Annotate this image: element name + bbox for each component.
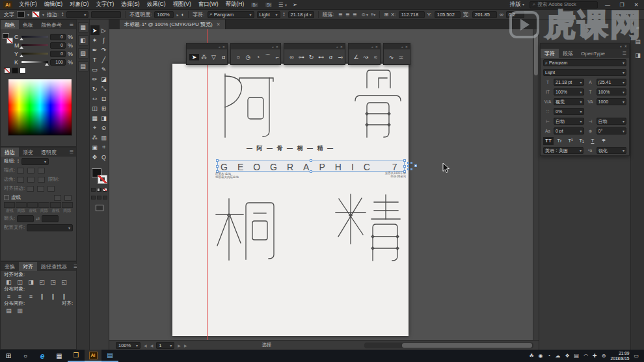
tab-transform[interactable]: 变换 <box>1 262 19 271</box>
workspace-selector[interactable]: 排版 ▾ <box>510 1 524 8</box>
start-button[interactable]: ⊞ <box>0 350 17 362</box>
dist-h-center-icon[interactable]: ∥ <box>49 293 57 300</box>
align-v-center-icon[interactable]: ◳ <box>49 279 57 285</box>
dock-panel-a-icon[interactable]: ▤ <box>633 36 643 47</box>
scale-tool[interactable]: ⤡ <box>100 84 109 94</box>
paragraph-align-group[interactable]: ☰☰☰ <box>337 12 358 18</box>
panel-collapse-icon[interactable]: « <box>620 44 622 48</box>
char-rotation-field[interactable]: 0°▾ <box>597 127 627 135</box>
dash-fields[interactable] <box>1 202 76 208</box>
share-icon[interactable]: ➣ <box>293 1 297 8</box>
draw-inside-button[interactable] <box>103 196 107 200</box>
height-field[interactable]: 0.2 <box>506 11 524 18</box>
link-dimensions-icon[interactable]: ∞ <box>500 12 503 18</box>
palette-close-icon[interactable]: ✕ <box>340 45 343 49</box>
tab-gradient[interactable]: 渐变 <box>19 148 37 157</box>
last-artboard-icon[interactable]: ▶ <box>184 343 187 348</box>
underline-button[interactable]: T <box>587 137 598 145</box>
stroke-proxy[interactable] <box>98 175 107 184</box>
tray-cloud-icon[interactable]: ☁ <box>555 353 560 359</box>
menu-select[interactable]: 选择(S) <box>120 1 140 8</box>
font-size-stepper[interactable]: ▲▼ <box>283 12 286 17</box>
all-caps-button[interactable]: TT <box>543 137 554 145</box>
panel-image-icon[interactable]: ▨ <box>78 48 88 58</box>
tab-swatches[interactable]: 色板 <box>19 20 37 29</box>
palette-collapse-icon[interactable]: « <box>336 45 338 49</box>
shape-builder-tool[interactable]: ◫ <box>90 103 100 113</box>
vertical-scrollbar-thumb[interactable] <box>534 34 538 75</box>
tray-leaf-icon[interactable]: ☘ <box>529 353 533 359</box>
anchor-dot-selected[interactable] <box>414 164 417 167</box>
perspective-grid-tool[interactable]: ⊞ <box>100 103 109 113</box>
taskbar-clock[interactable]: 21:09 2018/8/15 <box>611 351 630 361</box>
edge-icon[interactable]: e <box>34 350 51 362</box>
dash-align-button[interactable] <box>64 195 72 201</box>
column-graph-tool[interactable]: ▥ <box>100 133 109 142</box>
panel-menu-icon[interactable]: ☰ <box>620 49 629 58</box>
curvature-tool[interactable]: ↷ <box>100 45 109 55</box>
latin-title-text[interactable]: GEOGRAPHIC 7 <box>221 162 407 172</box>
align-left-icon[interactable]: ☰ <box>337 12 344 18</box>
none-button[interactable] <box>103 188 107 192</box>
kerning-field[interactable]: 视觉▾ <box>554 98 584 105</box>
swap-arrows-icon[interactable]: ⇄ <box>36 216 40 222</box>
symbol-sprayer-tool[interactable]: ⁂ <box>90 133 100 142</box>
corner-miter-button[interactable] <box>17 177 24 183</box>
magenta-slider[interactable] <box>21 44 48 46</box>
dash-preserve-button[interactable] <box>54 195 61 201</box>
font-family-field[interactable]: ⌕Pangram▾ <box>208 11 254 18</box>
close-button[interactable]: ✕ <box>632 2 641 8</box>
free-transform-tool[interactable]: ⊡ <box>100 94 109 103</box>
stroke-weight-field[interactable]: ▾ <box>66 11 88 18</box>
line-segment-tool[interactable]: ╱ <box>100 55 109 64</box>
type-tool[interactable]: T <box>90 55 100 64</box>
panel-gradient-icon[interactable]: ◧ <box>78 35 88 45</box>
reference-point-icon[interactable]: ⊞ <box>384 12 388 18</box>
color-button[interactable] <box>91 188 96 192</box>
cluster-icon[interactable]: ⁂ <box>199 54 209 60</box>
menu-type[interactable]: 文字(T) <box>95 1 114 8</box>
caption-right[interactable]: 东西长1400千米 串珠·阿金河 <box>384 172 406 179</box>
mesh-tool[interactable]: ▦ <box>90 113 100 123</box>
handle-top-left[interactable] <box>216 159 219 162</box>
art-glyph-a[interactable] <box>218 71 276 140</box>
swatch-white[interactable] <box>20 68 26 73</box>
corner-bevel-button[interactable] <box>38 177 45 183</box>
link-path-icon[interactable]: ⊸ <box>336 54 345 60</box>
space-after-field[interactable]: 自动▾ <box>597 118 627 125</box>
circle-dot-icon[interactable]: ◔ <box>253 54 263 60</box>
paintbrush-tool[interactable]: ✎ <box>100 64 109 74</box>
tab-close-icon[interactable]: ✕ <box>217 22 221 27</box>
illustrator-taskbar-icon[interactable]: Ai <box>85 350 101 362</box>
node-triangle-icon[interactable]: ▽ <box>209 54 219 60</box>
art-glyph-tong[interactable] <box>213 198 275 263</box>
next-artboard-icon[interactable]: ▶ <box>178 343 181 348</box>
align-h-right-icon[interactable]: ◨ <box>27 279 35 285</box>
horizontal-scale-field[interactable]: 100%▾ <box>597 88 627 96</box>
hand-tool[interactable]: ✥ <box>90 152 100 162</box>
zoom-tool[interactable]: Q <box>100 152 109 162</box>
join-right-icon[interactable]: ⊷ <box>316 54 326 60</box>
tray-folder-icon[interactable]: ▤ <box>574 353 580 359</box>
align-v-top-icon[interactable]: ◰ <box>38 279 46 285</box>
restore-button[interactable]: ❐ <box>617 2 626 8</box>
tab-character[interactable]: 字符 <box>541 49 559 58</box>
cap-butt-button[interactable] <box>17 168 24 174</box>
dist-spacing-v-icon[interactable]: ▤ <box>5 307 13 314</box>
arrow-end-field[interactable] <box>42 215 59 222</box>
art-glyph-jing[interactable] <box>332 193 401 261</box>
document-tab[interactable]: 未标题-1* @ 100% (CMYK/GPU 预览) ✕ <box>120 19 226 29</box>
small-caps-button[interactable]: Tr <box>554 137 565 145</box>
guide-line[interactable] <box>207 29 208 340</box>
panel-artboards-icon[interactable]: ▤ <box>78 61 88 71</box>
tray-wifi-icon[interactable]: ◠ <box>584 353 588 359</box>
y-field[interactable]: 105.502 <box>435 11 461 18</box>
selection-tool[interactable]: ➤ <box>90 25 100 35</box>
touch-type-icon[interactable]: ☺▾ <box>361 12 368 18</box>
circle-quarter-icon[interactable]: ◷ <box>243 54 253 60</box>
tab-transparency[interactable]: 透明度 <box>37 148 60 157</box>
fill-stroke-proxy[interactable] <box>3 33 13 44</box>
tab-stroke[interactable]: 描边 <box>1 148 19 157</box>
font-style-field[interactable]: Light▾ <box>257 11 280 18</box>
dist-h-right-icon[interactable]: ∥ <box>60 293 68 300</box>
